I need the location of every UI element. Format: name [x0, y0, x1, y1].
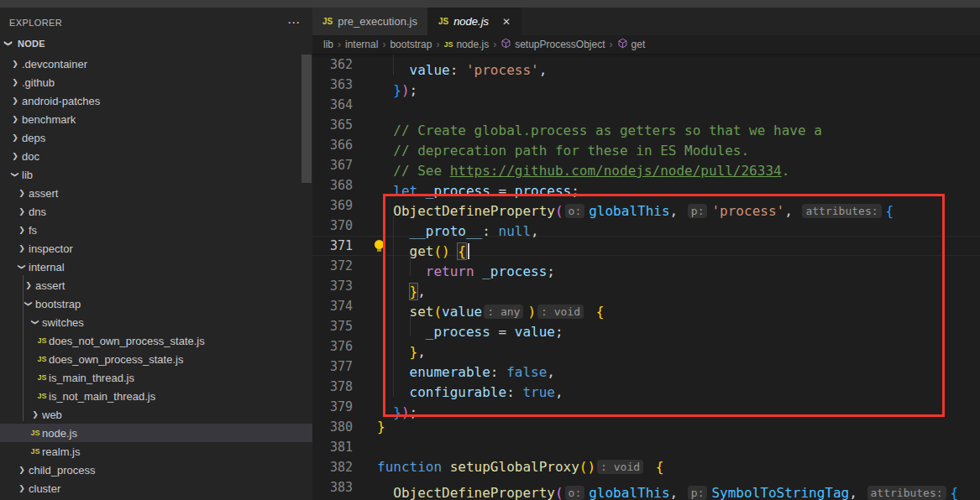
code-line-377[interactable]: 377enumerable: false,: [312, 357, 980, 377]
code-line-363[interactable]: 363});: [312, 75, 980, 95]
vscode-window: EXPLORER ⋯ ❯ NODE ❯.devcontainer❯.github…: [0, 8, 980, 500]
tree-item-label: internal: [29, 261, 65, 273]
code-line-381[interactable]: 381: [312, 437, 980, 457]
tree-item-realm-js[interactable]: JSrealm.js: [0, 442, 312, 461]
tab-node-js[interactable]: JSnode.js✕: [428, 8, 521, 35]
code-line-362[interactable]: 362value: 'process',: [312, 55, 980, 75]
tree-item-doc[interactable]: ❯doc: [0, 147, 312, 165]
breadcrumb-separator: ›: [338, 39, 341, 50]
close-icon[interactable]: ✕: [502, 16, 511, 28]
code-line-371[interactable]: 371get() {: [312, 236, 980, 256]
code-line-364[interactable]: 364: [312, 95, 980, 115]
code-line-383[interactable]: 383ObjectDefineProperty(o:globalThis, p:…: [312, 477, 980, 497]
indent-guide: [377, 316, 393, 336]
code-token: globalThis: [589, 485, 669, 500]
tree-item-child-process[interactable]: ❯child_process: [0, 461, 312, 479]
tree-item-is-main-thread-js[interactable]: JSis_main_thread.js: [0, 368, 312, 387]
line-content: _process = value;: [377, 316, 563, 336]
line-number[interactable]: 362: [312, 55, 353, 75]
code-line-368[interactable]: 368let _process = process;: [312, 175, 980, 195]
tab-pre-execution-js[interactable]: JSpre_execution.js: [312, 8, 428, 35]
indent-guide: [393, 357, 409, 377]
breadcrumb-label: bootstrap: [390, 39, 432, 50]
line-number[interactable]: 366: [312, 135, 353, 155]
code-line-374[interactable]: 374set(value: any): void {: [312, 296, 980, 316]
section-header-node[interactable]: ❯ NODE: [0, 33, 312, 55]
code-line-370[interactable]: 370__proto__: null,: [312, 216, 980, 236]
tree-item-does-own-process-state-js[interactable]: JSdoes_own_process_state.js: [0, 350, 312, 368]
tree-item-inspector[interactable]: ❯inspector: [0, 239, 312, 258]
tree-item-is-not-main-thread-js[interactable]: JSis_not_main_thread.js: [0, 387, 312, 405]
tree-item-node-js[interactable]: JSnode.js: [0, 424, 312, 442]
js-file-icon: JS: [29, 447, 42, 456]
code-line-373[interactable]: 373},: [312, 276, 980, 296]
line-number[interactable]: 378: [312, 377, 353, 397]
code-line-380[interactable]: 380}: [312, 417, 980, 437]
tree-item-does-not-own-process-state-js[interactable]: JSdoes_not_own_process_state.js: [0, 331, 312, 350]
line-number[interactable]: 381: [312, 437, 353, 457]
code-line-367[interactable]: 367// See https://github.com/nodejs/node…: [312, 155, 980, 175]
breadcrumb-item-bootstrap[interactable]: bootstrap: [390, 39, 432, 50]
code-line-375[interactable]: 375_process = value;: [312, 316, 980, 336]
breadcrumb-separator: ›: [382, 39, 385, 50]
breadcrumb-item-internal[interactable]: internal: [345, 39, 378, 50]
code-editor[interactable]: 362value: 'process',363});364365// Creat…: [312, 54, 980, 500]
breadcrumb-item-node-js[interactable]: JSnode.js: [443, 39, 489, 50]
line-number[interactable]: 379: [312, 397, 353, 417]
line-number[interactable]: 377: [312, 357, 353, 377]
tree-item-label: dns: [29, 206, 46, 218]
tree-item-internal[interactable]: ❯internal: [0, 258, 312, 276]
tree-item-switches[interactable]: ❯switches: [0, 313, 312, 331]
tree-item-benchmark[interactable]: ❯benchmark: [0, 110, 312, 128]
js-file-icon: JS: [29, 429, 42, 437]
tree-item-dns[interactable]: ❯dns: [0, 202, 312, 221]
breadcrumb-item-setupProcessObject[interactable]: setupProcessObject: [500, 38, 605, 51]
tree-item-deps[interactable]: ❯deps: [0, 128, 312, 147]
line-number[interactable]: 367: [312, 155, 353, 175]
line-number[interactable]: 363: [312, 75, 353, 95]
line-number[interactable]: 383: [312, 477, 353, 497]
tree-item-cluster[interactable]: ❯cluster: [0, 479, 312, 497]
tree-item-fs[interactable]: ❯fs: [0, 221, 312, 239]
tree-item-bootstrap[interactable]: ❯bootstrap: [0, 294, 312, 313]
line-number[interactable]: 370: [312, 216, 353, 236]
inlay-hint: o:: [565, 486, 585, 500]
code-line-365[interactable]: 365// Create global.process as getters s…: [312, 115, 980, 135]
line-number[interactable]: 374: [312, 296, 353, 316]
tree-item--github[interactable]: ❯.github: [0, 73, 312, 91]
line-number[interactable]: 380: [312, 417, 353, 437]
more-actions-icon[interactable]: ⋯: [287, 18, 301, 27]
sidebar-scrollbar[interactable]: [301, 55, 312, 183]
tree-item-label: inspector: [29, 242, 73, 255]
js-file-icon: JS: [35, 355, 49, 363]
line-number[interactable]: 382: [312, 457, 353, 477]
code-line-382[interactable]: 382function setupGlobalProxy(): void {: [312, 457, 980, 477]
line-content: return _process;: [377, 256, 555, 276]
breadcrumb-item-get[interactable]: get: [617, 38, 646, 51]
line-number[interactable]: 373: [312, 276, 353, 296]
breadcrumb-item-lib[interactable]: lib: [323, 39, 333, 50]
line-number[interactable]: 364: [312, 95, 353, 115]
tree-item-android-patches[interactable]: ❯android-patches: [0, 91, 312, 110]
line-number[interactable]: 365: [312, 115, 353, 135]
code-line-378[interactable]: 378configurable: true,: [312, 377, 980, 397]
code-line-372[interactable]: 372return _process;: [312, 256, 980, 276]
tree-item-assert[interactable]: ❯assert: [0, 184, 312, 202]
code-line-366[interactable]: 366// deprecation path for these in ES M…: [312, 135, 980, 155]
line-number[interactable]: 371: [312, 236, 353, 256]
tree-item-web[interactable]: ❯web: [0, 405, 312, 424]
line-number[interactable]: 372: [312, 256, 353, 276]
code-line-376[interactable]: 376},: [312, 336, 980, 357]
tree-item--devcontainer[interactable]: ❯.devcontainer: [0, 55, 312, 73]
tree-item-lib[interactable]: ❯lib: [0, 165, 312, 184]
code-token: {: [656, 459, 664, 475]
indent-guide: [377, 115, 393, 135]
code-line-379[interactable]: 379});: [312, 397, 980, 417]
line-number[interactable]: 376: [312, 336, 353, 357]
tree-item-assert[interactable]: ❯assert: [0, 276, 312, 294]
line-number[interactable]: 369: [312, 195, 353, 216]
line-number[interactable]: 375: [312, 316, 353, 336]
line-number[interactable]: 368: [312, 175, 353, 195]
code-line-369[interactable]: 369ObjectDefineProperty(o:globalThis, p:…: [312, 195, 980, 216]
lightbulb-icon[interactable]: [375, 240, 384, 249]
